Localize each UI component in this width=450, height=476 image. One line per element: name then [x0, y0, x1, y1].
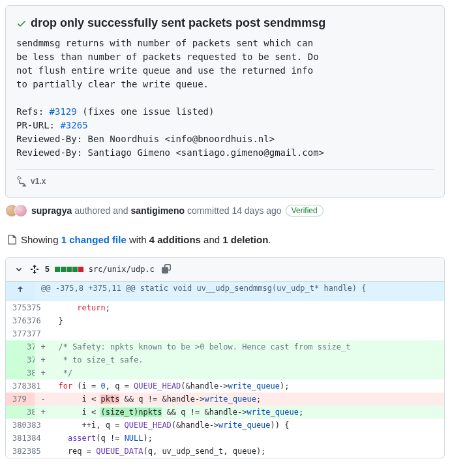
pr-link[interactable]: #3265 — [60, 120, 87, 130]
diff-line: 378381 for (i = 0, q = QUEUE_HEAD(&handl… — [6, 379, 444, 393]
diff-line: 380+ */ — [6, 366, 444, 379]
author-link[interactable]: supragya — [31, 205, 72, 216]
diff-line: 377377 — [6, 327, 444, 340]
hunk-text: @@ -375,8 +375,11 @@ static void uv__udp… — [35, 282, 444, 301]
branch-row: v1.x — [16, 169, 434, 186]
diff-marker: + — [38, 366, 48, 379]
diff-marker — [38, 445, 48, 458]
code-line: + /* Safety: npkts known to be >0 below.… — [35, 340, 444, 353]
code-line: + i < (size_t)npkts && q != &handle->wri… — [35, 406, 444, 419]
commit-time: 14 days ago — [232, 205, 281, 216]
old-line-num[interactable]: 376 — [6, 314, 20, 327]
changed-files-link[interactable]: 1 changed file — [61, 234, 127, 245]
code-line: - i < pkts && q != &handle->write_queue; — [35, 393, 444, 406]
commit-body: sendmmsg returns with number of packets … — [16, 37, 434, 160]
diffstat-add-block — [67, 267, 72, 272]
diff-line: 381384 assert(q != NULL); — [6, 432, 444, 445]
diff-marker: + — [38, 406, 48, 419]
check-icon — [16, 18, 27, 29]
code-line: + */ — [35, 366, 444, 379]
diff-line: 376376 } — [6, 314, 444, 327]
git-branch-icon — [16, 176, 27, 186]
collapse-toggle[interactable] — [14, 264, 24, 275]
diff-marker: + — [38, 340, 48, 353]
diffstat-add-block — [61, 267, 66, 272]
expand-all-toggle[interactable] — [29, 264, 40, 275]
refs-link[interactable]: #3129 — [50, 106, 77, 117]
hunk-header: @@ -375,8 +375,11 @@ static void uv__udp… — [6, 282, 444, 301]
avatar[interactable] — [14, 204, 27, 217]
diffstat-blocks — [55, 267, 83, 272]
diffstat-del-block — [78, 267, 83, 272]
old-line-num[interactable]: 380 — [6, 419, 20, 432]
diff-marker — [38, 314, 48, 327]
new-line-num[interactable]: 379 — [20, 353, 35, 366]
old-line-num[interactable]: 382 — [6, 445, 20, 458]
new-line-num[interactable]: 382 — [20, 406, 35, 419]
diff-line: 380383 ++i, q = QUEUE_HEAD(&handle->writ… — [6, 419, 444, 432]
verified-badge[interactable]: Verified — [286, 205, 323, 216]
diffstat-add-block — [55, 267, 60, 272]
code-line: + * to size_t safe. — [35, 353, 444, 366]
old-line-num[interactable] — [6, 366, 20, 379]
old-line-num[interactable]: 378 — [6, 379, 20, 393]
new-line-num[interactable]: 378 — [20, 340, 35, 353]
old-line-num[interactable]: 377 — [6, 327, 20, 340]
diff-marker: + — [38, 353, 48, 366]
diff-line: 379+ * to size_t safe. — [6, 353, 444, 366]
old-line-num[interactable] — [6, 406, 20, 419]
diff-summary: Showing 1 changed file with 4 additions … — [5, 228, 445, 252]
file-header: 5 src/unix/udp.c — [6, 258, 444, 282]
diff-marker — [38, 432, 48, 445]
code-line: for (i = 0, q = QUEUE_HEAD(&handle->writ… — [35, 379, 444, 393]
commit-title: drop only successfully sent packets post… — [31, 16, 325, 30]
diff-table: @@ -375,8 +375,11 @@ static void uv__udp… — [6, 282, 444, 458]
expand-up-button[interactable] — [6, 282, 35, 301]
chevron-down-icon — [14, 264, 24, 275]
diff-marker — [38, 327, 48, 340]
diff-line: 378+ /* Safety: npkts known to be >0 bel… — [6, 340, 444, 353]
file-diff-icon — [7, 235, 17, 245]
old-line-num[interactable] — [6, 340, 20, 353]
commit-title-row: drop only successfully sent packets post… — [16, 16, 434, 30]
old-line-num[interactable]: 381 — [6, 432, 20, 445]
copy-icon — [161, 264, 172, 275]
file-path-link[interactable]: src/unix/udp.c — [89, 265, 155, 274]
diff-file: 5 src/unix/udp.c @@ -375,8 +375,11 @@ st… — [5, 257, 445, 458]
new-line-num[interactable]: 380 — [20, 366, 35, 379]
commit-header: drop only successfully sent packets post… — [5, 5, 445, 198]
diff-line: 382+ i < (size_t)npkts && q != &handle->… — [6, 406, 444, 419]
diff-marker — [38, 301, 48, 314]
committer-link[interactable]: santigimeno — [131, 205, 185, 216]
old-line-num[interactable]: 375 — [6, 301, 20, 314]
author-row: supragya authored and santigimeno commit… — [5, 204, 445, 217]
diff-line: 375375 return; — [6, 301, 444, 314]
diffstat-add-block — [72, 267, 78, 272]
diff-marker: - — [38, 393, 48, 406]
code-line: } — [35, 314, 444, 327]
fold-up-icon — [15, 284, 25, 295]
code-line — [35, 327, 444, 340]
code-line: req = QUEUE_DATA(q, uv_udp_send_t, queue… — [35, 445, 444, 458]
code-line: return; — [35, 301, 444, 314]
old-line-num[interactable] — [6, 353, 20, 366]
diff-marker — [38, 379, 48, 393]
unfold-icon — [29, 264, 40, 275]
code-line: assert(q != NULL); — [35, 432, 444, 445]
avatar-stack — [5, 204, 27, 217]
old-line-num[interactable]: 379 — [6, 393, 20, 406]
diff-line: 379- i < pkts && q != &handle->write_que… — [6, 393, 444, 406]
diff-line: 382385 req = QUEUE_DATA(q, uv_udp_send_t… — [6, 445, 444, 458]
copy-path-button[interactable] — [160, 263, 173, 276]
code-line: ++i, q = QUEUE_HEAD(&handle->write_queue… — [35, 419, 444, 432]
diff-marker — [38, 419, 48, 432]
diffstat-count: 5 — [45, 265, 50, 274]
branch-name[interactable]: v1.x — [31, 177, 46, 186]
